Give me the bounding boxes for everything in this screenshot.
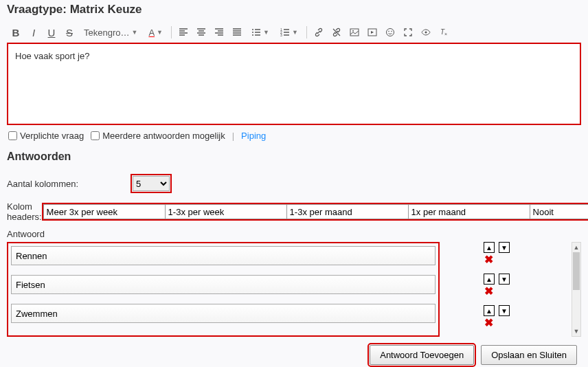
move-up-button[interactable]: ▲ [484,305,495,316]
options-row: Verplichte vraag Meerdere antwoorden mog… [7,125,581,146]
columns-count-select[interactable]: 5 [133,176,170,191]
answers-block [7,242,440,337]
column-header-input[interactable] [408,204,530,219]
svg-text:×: × [444,32,447,36]
italic-icon[interactable]: I [26,25,41,40]
align-center-icon[interactable] [194,25,209,40]
svg-point-2 [252,34,253,36]
delete-row-button[interactable]: ✖ [484,254,493,265]
separator [171,26,172,38]
move-down-button[interactable]: ▼ [499,274,510,285]
scrollbar[interactable]: ▲ ▼ [572,242,581,337]
row-controls: ▲ ▼ ✖ [442,242,581,274]
columns-count-label: Aantal kolommen: [7,179,131,189]
answer-row-input[interactable] [11,275,436,294]
column-header-input[interactable] [43,204,165,219]
svg-point-11 [391,31,392,32]
chevron-down-icon: ▼ [292,29,298,36]
move-up-button[interactable]: ▲ [484,274,495,285]
number-list-dropdown[interactable]: 123 ▼ [276,25,302,40]
move-down-button[interactable]: ▼ [499,305,510,316]
row-controls: ▲ ▼ ✖ [442,305,581,337]
delete-row-button[interactable]: ✖ [484,286,493,297]
save-close-button[interactable]: Opslaan en Sluiten [481,345,577,365]
video-icon[interactable] [365,25,380,40]
piping-link[interactable]: Piping [241,131,266,141]
move-down-button[interactable]: ▼ [499,242,510,253]
bullet-list-dropdown[interactable]: ▼ [247,25,273,40]
column-header-input[interactable] [530,204,588,219]
svg-point-7 [352,30,354,32]
chevron-down-icon: ▼ [131,29,137,36]
multiple-checkbox-label[interactable]: Meerdere antwoorden mogelijk [91,131,225,141]
answer-row-input[interactable] [11,246,436,265]
bold-icon[interactable]: B [8,25,23,40]
chevron-down-icon: ▼ [157,29,163,36]
clear-format-icon[interactable]: T× [436,25,451,40]
column-headers-group [42,203,588,221]
align-right-icon[interactable] [212,25,227,40]
align-justify-icon[interactable] [229,25,245,40]
column-header-input[interactable] [286,204,408,219]
fullscreen-icon[interactable] [400,25,416,40]
multiple-checkbox[interactable] [91,131,100,140]
svg-point-12 [425,32,427,34]
scroll-thumb[interactable] [573,252,580,290]
separator [306,26,307,38]
page-title: Vraagtype: Matrix Keuze [7,1,581,22]
svg-point-0 [252,29,253,30]
link-icon[interactable] [311,25,326,40]
answer-label: Antwoord [7,226,581,242]
image-icon[interactable] [347,25,362,40]
underline-icon[interactable]: U [44,25,59,40]
question-editor[interactable]: Hoe vaak sport je? [7,43,581,125]
required-checkbox-label[interactable]: Verplichte vraag [8,131,84,141]
answer-row-input[interactable] [11,304,436,323]
unlink-icon[interactable] [329,25,344,40]
svg-point-9 [386,29,394,36]
strikethrough-icon[interactable]: S [62,25,77,40]
svg-point-1 [252,32,253,33]
column-header-input[interactable] [165,204,286,219]
svg-point-10 [388,31,389,32]
align-left-icon[interactable] [176,25,191,40]
preview-icon[interactable] [418,25,433,40]
chevron-down-icon: ▼ [263,29,269,36]
separator: | [232,131,234,141]
font-color-dropdown[interactable]: A▼ [144,25,167,40]
row-controls: ▲ ▼ ✖ [442,274,581,305]
delete-row-button[interactable]: ✖ [484,318,493,329]
editor-toolbar: B I U S Tekengro…▼ A▼ ▼ 123 ▼ [7,22,581,43]
add-answer-button[interactable]: Antwoord Toevoegen [370,345,474,365]
row-controls-column: ▲ ▼ ✖ ▲ ▼ ✖ ▲ ▼ ✖ ▲ [442,242,581,337]
required-checkbox[interactable] [8,131,17,140]
move-up-button[interactable]: ▲ [484,242,495,253]
font-size-dropdown[interactable]: Tekengro…▼ [80,25,142,40]
scroll-up-icon[interactable]: ▲ [572,243,580,252]
emoji-icon[interactable] [383,25,398,40]
svg-text:3: 3 [280,33,282,37]
scroll-down-icon[interactable]: ▼ [572,326,580,336]
column-headers-label: Kolom headers: [7,201,42,222]
answers-title: Antwoorden [7,146,581,170]
